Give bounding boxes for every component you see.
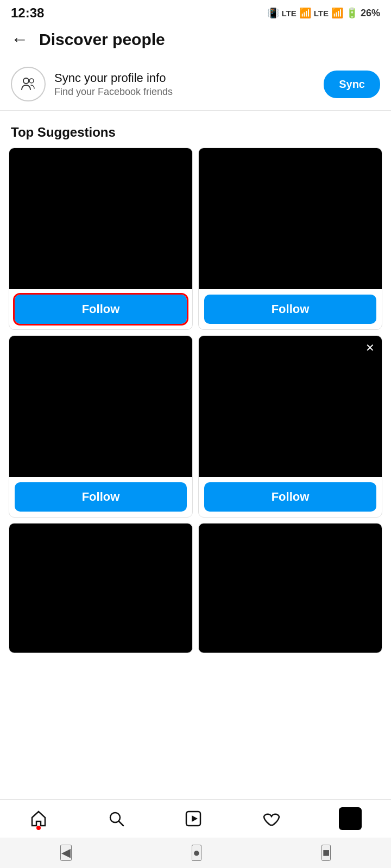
nav-reels[interactable]: [184, 809, 203, 828]
svg-marker-5: [192, 815, 198, 822]
android-nav-bar: ◀ ● ■: [0, 838, 391, 868]
svg-point-0: [23, 78, 29, 84]
svg-line-3: [119, 821, 123, 826]
lte-icon: LTE: [282, 9, 297, 18]
partial-cards-row: [0, 518, 391, 718]
vibrate-icon: 📳: [267, 7, 279, 19]
status-icons: 📳 LTE 📶 LTE 📶 🔋 26%: [267, 7, 380, 19]
card-image-4: [199, 336, 382, 477]
sync-text-block: Sync your profile info Find your Faceboo…: [54, 71, 315, 98]
sync-title: Sync your profile info: [54, 71, 315, 85]
close-icon-4[interactable]: ✕: [362, 340, 377, 355]
divider: [0, 110, 391, 111]
sync-subtitle: Find your Facebook friends: [54, 86, 315, 98]
android-home-button[interactable]: ●: [192, 845, 201, 861]
wifi-icon: 📶: [299, 7, 311, 19]
section-title: Top Suggestions: [0, 119, 391, 148]
suggestion-card-3: Follow: [9, 335, 193, 518]
card-image-1: [9, 148, 192, 289]
suggestion-card-6: [198, 523, 382, 653]
follow-button-3[interactable]: Follow: [15, 482, 187, 512]
nav-activity[interactable]: [261, 809, 280, 828]
status-time: 12:38: [11, 5, 44, 21]
suggestion-card-5: [9, 523, 193, 653]
status-bar: 12:38 📳 LTE 📶 LTE 📶 🔋 26%: [0, 0, 391, 24]
signal-icon: 📶: [331, 7, 343, 19]
suggestion-card-4: ✕ Follow: [198, 335, 382, 518]
nav-home[interactable]: [29, 809, 48, 828]
suggestions-grid: Follow Follow: [0, 148, 391, 330]
card-image-3: [9, 336, 192, 477]
sync-button[interactable]: Sync: [324, 71, 380, 98]
android-back-button[interactable]: ◀: [60, 845, 72, 861]
bottom-nav: [0, 799, 391, 838]
suggestion-card-1: Follow: [9, 148, 193, 330]
nav-profile[interactable]: [339, 807, 362, 830]
follow-button-4[interactable]: Follow: [204, 482, 376, 512]
suggestions-grid-row2: Follow ✕ Follow: [0, 330, 391, 518]
follow-button-2[interactable]: Follow: [204, 295, 376, 324]
back-button[interactable]: ←: [11, 29, 28, 49]
header: ← Discover people: [0, 24, 391, 58]
home-notification-dot: [36, 826, 41, 830]
sync-banner: Sync your profile info Find your Faceboo…: [0, 58, 391, 110]
svg-point-1: [29, 79, 34, 83]
battery-icon: 🔋: [346, 7, 358, 19]
follow-button-1[interactable]: Follow: [15, 295, 187, 324]
android-recents-button[interactable]: ■: [321, 845, 331, 861]
page-title: Discover people: [39, 30, 165, 49]
sync-people-icon: [11, 67, 46, 101]
suggestion-card-2: Follow: [198, 148, 382, 330]
profile-thumbnail: [339, 807, 362, 830]
lte2-icon: LTE: [314, 9, 329, 18]
card-image-2: [199, 148, 382, 289]
battery-percent: 26%: [361, 8, 380, 19]
nav-search[interactable]: [107, 809, 125, 828]
